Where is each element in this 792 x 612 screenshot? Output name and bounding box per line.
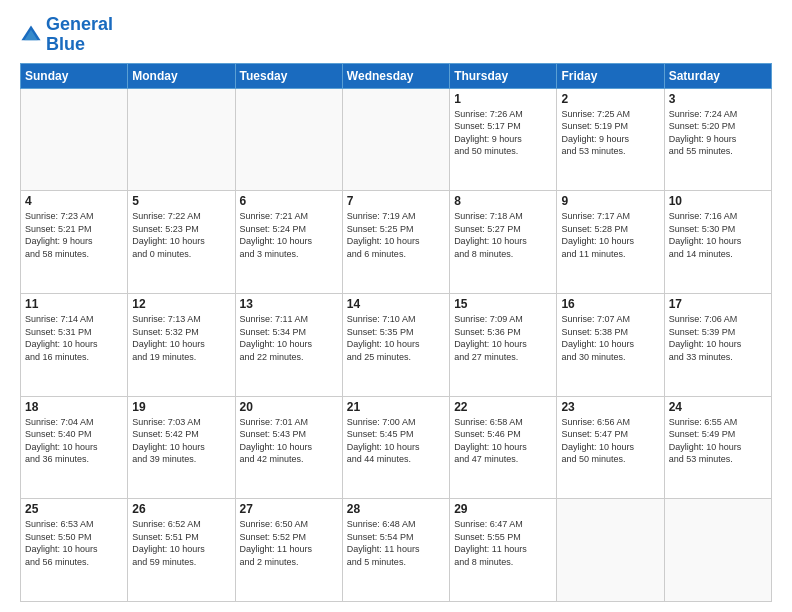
day-info: Sunrise: 7:03 AM Sunset: 5:42 PM Dayligh…: [132, 416, 230, 466]
day-info: Sunrise: 7:10 AM Sunset: 5:35 PM Dayligh…: [347, 313, 445, 363]
day-cell: 26Sunrise: 6:52 AM Sunset: 5:51 PM Dayli…: [128, 499, 235, 602]
day-number: 3: [669, 92, 767, 106]
week-row-3: 18Sunrise: 7:04 AM Sunset: 5:40 PM Dayli…: [21, 396, 772, 499]
day-cell: 25Sunrise: 6:53 AM Sunset: 5:50 PM Dayli…: [21, 499, 128, 602]
day-cell: 27Sunrise: 6:50 AM Sunset: 5:52 PM Dayli…: [235, 499, 342, 602]
day-number: 28: [347, 502, 445, 516]
day-info: Sunrise: 7:11 AM Sunset: 5:34 PM Dayligh…: [240, 313, 338, 363]
day-info: Sunrise: 7:09 AM Sunset: 5:36 PM Dayligh…: [454, 313, 552, 363]
day-info: Sunrise: 7:19 AM Sunset: 5:25 PM Dayligh…: [347, 210, 445, 260]
logo-icon: [20, 24, 42, 46]
day-number: 14: [347, 297, 445, 311]
day-header-thursday: Thursday: [450, 63, 557, 88]
day-header-sunday: Sunday: [21, 63, 128, 88]
day-info: Sunrise: 7:00 AM Sunset: 5:45 PM Dayligh…: [347, 416, 445, 466]
day-number: 22: [454, 400, 552, 414]
day-cell: 19Sunrise: 7:03 AM Sunset: 5:42 PM Dayli…: [128, 396, 235, 499]
day-number: 21: [347, 400, 445, 414]
day-number: 29: [454, 502, 552, 516]
day-info: Sunrise: 7:26 AM Sunset: 5:17 PM Dayligh…: [454, 108, 552, 158]
page: General Blue SundayMondayTuesdayWednesda…: [0, 0, 792, 612]
day-cell: 9Sunrise: 7:17 AM Sunset: 5:28 PM Daylig…: [557, 191, 664, 294]
day-number: 5: [132, 194, 230, 208]
day-cell: 16Sunrise: 7:07 AM Sunset: 5:38 PM Dayli…: [557, 293, 664, 396]
day-cell: [664, 499, 771, 602]
day-info: Sunrise: 6:58 AM Sunset: 5:46 PM Dayligh…: [454, 416, 552, 466]
day-info: Sunrise: 7:25 AM Sunset: 5:19 PM Dayligh…: [561, 108, 659, 158]
day-number: 10: [669, 194, 767, 208]
day-cell: 20Sunrise: 7:01 AM Sunset: 5:43 PM Dayli…: [235, 396, 342, 499]
day-number: 7: [347, 194, 445, 208]
week-row-4: 25Sunrise: 6:53 AM Sunset: 5:50 PM Dayli…: [21, 499, 772, 602]
day-number: 6: [240, 194, 338, 208]
day-number: 25: [25, 502, 123, 516]
day-info: Sunrise: 7:22 AM Sunset: 5:23 PM Dayligh…: [132, 210, 230, 260]
day-number: 2: [561, 92, 659, 106]
day-cell: 2Sunrise: 7:25 AM Sunset: 5:19 PM Daylig…: [557, 88, 664, 191]
calendar-table: SundayMondayTuesdayWednesdayThursdayFrid…: [20, 63, 772, 602]
day-cell: [342, 88, 449, 191]
day-cell: 5Sunrise: 7:22 AM Sunset: 5:23 PM Daylig…: [128, 191, 235, 294]
day-info: Sunrise: 7:07 AM Sunset: 5:38 PM Dayligh…: [561, 313, 659, 363]
day-cell: 8Sunrise: 7:18 AM Sunset: 5:27 PM Daylig…: [450, 191, 557, 294]
day-cell: 17Sunrise: 7:06 AM Sunset: 5:39 PM Dayli…: [664, 293, 771, 396]
day-number: 17: [669, 297, 767, 311]
day-cell: 22Sunrise: 6:58 AM Sunset: 5:46 PM Dayli…: [450, 396, 557, 499]
week-row-1: 4Sunrise: 7:23 AM Sunset: 5:21 PM Daylig…: [21, 191, 772, 294]
day-number: 26: [132, 502, 230, 516]
day-header-monday: Monday: [128, 63, 235, 88]
day-number: 9: [561, 194, 659, 208]
day-header-wednesday: Wednesday: [342, 63, 449, 88]
day-header-tuesday: Tuesday: [235, 63, 342, 88]
day-info: Sunrise: 6:56 AM Sunset: 5:47 PM Dayligh…: [561, 416, 659, 466]
day-cell: 4Sunrise: 7:23 AM Sunset: 5:21 PM Daylig…: [21, 191, 128, 294]
day-number: 23: [561, 400, 659, 414]
week-row-2: 11Sunrise: 7:14 AM Sunset: 5:31 PM Dayli…: [21, 293, 772, 396]
day-cell: [128, 88, 235, 191]
day-cell: 6Sunrise: 7:21 AM Sunset: 5:24 PM Daylig…: [235, 191, 342, 294]
day-info: Sunrise: 7:23 AM Sunset: 5:21 PM Dayligh…: [25, 210, 123, 260]
day-info: Sunrise: 7:06 AM Sunset: 5:39 PM Dayligh…: [669, 313, 767, 363]
day-info: Sunrise: 6:47 AM Sunset: 5:55 PM Dayligh…: [454, 518, 552, 568]
day-cell: 10Sunrise: 7:16 AM Sunset: 5:30 PM Dayli…: [664, 191, 771, 294]
day-info: Sunrise: 7:17 AM Sunset: 5:28 PM Dayligh…: [561, 210, 659, 260]
day-cell: 11Sunrise: 7:14 AM Sunset: 5:31 PM Dayli…: [21, 293, 128, 396]
day-info: Sunrise: 7:14 AM Sunset: 5:31 PM Dayligh…: [25, 313, 123, 363]
day-info: Sunrise: 6:50 AM Sunset: 5:52 PM Dayligh…: [240, 518, 338, 568]
day-cell: [235, 88, 342, 191]
day-info: Sunrise: 7:21 AM Sunset: 5:24 PM Dayligh…: [240, 210, 338, 260]
day-number: 19: [132, 400, 230, 414]
header: General Blue: [20, 15, 772, 55]
day-cell: [557, 499, 664, 602]
day-number: 13: [240, 297, 338, 311]
day-header-saturday: Saturday: [664, 63, 771, 88]
day-info: Sunrise: 6:53 AM Sunset: 5:50 PM Dayligh…: [25, 518, 123, 568]
day-cell: 1Sunrise: 7:26 AM Sunset: 5:17 PM Daylig…: [450, 88, 557, 191]
day-info: Sunrise: 7:13 AM Sunset: 5:32 PM Dayligh…: [132, 313, 230, 363]
day-info: Sunrise: 6:48 AM Sunset: 5:54 PM Dayligh…: [347, 518, 445, 568]
day-number: 1: [454, 92, 552, 106]
day-number: 24: [669, 400, 767, 414]
day-number: 12: [132, 297, 230, 311]
day-cell: 29Sunrise: 6:47 AM Sunset: 5:55 PM Dayli…: [450, 499, 557, 602]
day-number: 27: [240, 502, 338, 516]
day-number: 18: [25, 400, 123, 414]
day-info: Sunrise: 6:52 AM Sunset: 5:51 PM Dayligh…: [132, 518, 230, 568]
header-row: SundayMondayTuesdayWednesdayThursdayFrid…: [21, 63, 772, 88]
day-info: Sunrise: 7:18 AM Sunset: 5:27 PM Dayligh…: [454, 210, 552, 260]
day-info: Sunrise: 7:16 AM Sunset: 5:30 PM Dayligh…: [669, 210, 767, 260]
day-number: 15: [454, 297, 552, 311]
day-info: Sunrise: 7:01 AM Sunset: 5:43 PM Dayligh…: [240, 416, 338, 466]
day-number: 4: [25, 194, 123, 208]
day-number: 8: [454, 194, 552, 208]
day-number: 16: [561, 297, 659, 311]
day-info: Sunrise: 6:55 AM Sunset: 5:49 PM Dayligh…: [669, 416, 767, 466]
day-cell: 28Sunrise: 6:48 AM Sunset: 5:54 PM Dayli…: [342, 499, 449, 602]
day-cell: 12Sunrise: 7:13 AM Sunset: 5:32 PM Dayli…: [128, 293, 235, 396]
day-cell: 3Sunrise: 7:24 AM Sunset: 5:20 PM Daylig…: [664, 88, 771, 191]
day-cell: 18Sunrise: 7:04 AM Sunset: 5:40 PM Dayli…: [21, 396, 128, 499]
day-number: 11: [25, 297, 123, 311]
day-info: Sunrise: 7:24 AM Sunset: 5:20 PM Dayligh…: [669, 108, 767, 158]
day-cell: 13Sunrise: 7:11 AM Sunset: 5:34 PM Dayli…: [235, 293, 342, 396]
day-number: 20: [240, 400, 338, 414]
